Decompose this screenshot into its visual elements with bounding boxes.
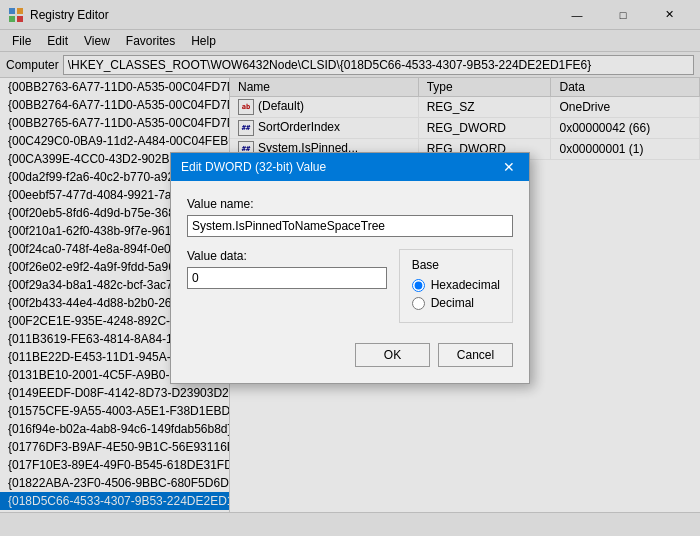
dialog-title: Edit DWORD (32-bit) Value (181, 160, 326, 174)
hex-label: Hexadecimal (431, 278, 500, 292)
radio-hex[interactable]: Hexadecimal (412, 278, 500, 292)
radio-dec[interactable]: Decimal (412, 296, 500, 310)
dialog-data-col: Value data: (187, 249, 387, 323)
base-label: Base (412, 258, 500, 272)
dialog-body: Value name: Value data: Base Hexadecimal… (171, 181, 529, 383)
value-data-label: Value data: (187, 249, 387, 263)
dialog-title-bar: Edit DWORD (32-bit) Value ✕ (171, 153, 529, 181)
dialog-data-row: Value data: Base Hexadecimal Decimal (187, 249, 513, 323)
dialog-overlay: Edit DWORD (32-bit) Value ✕ Value name: … (0, 0, 700, 536)
dialog-close-button[interactable]: ✕ (499, 159, 519, 175)
ok-button[interactable]: OK (355, 343, 430, 367)
dialog-buttons: OK Cancel (187, 339, 513, 367)
value-data-input[interactable] (187, 267, 387, 289)
cancel-button[interactable]: Cancel (438, 343, 513, 367)
value-name-label: Value name: (187, 197, 513, 211)
dec-radio[interactable] (412, 297, 425, 310)
edit-dword-dialog: Edit DWORD (32-bit) Value ✕ Value name: … (170, 152, 530, 384)
hex-radio[interactable] (412, 279, 425, 292)
dec-label: Decimal (431, 296, 474, 310)
value-name-input[interactable] (187, 215, 513, 237)
base-group: Base Hexadecimal Decimal (399, 249, 513, 323)
